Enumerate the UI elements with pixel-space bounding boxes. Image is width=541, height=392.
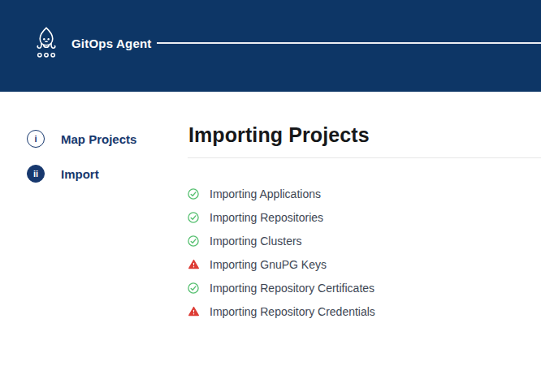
check-circle-icon bbox=[188, 235, 199, 247]
step-label: Map Projects bbox=[61, 132, 136, 146]
step-number-badge: i bbox=[27, 130, 45, 148]
import-status-row: Importing GnuPG Keys bbox=[188, 252, 541, 276]
import-status-row: Importing Applications bbox=[188, 182, 541, 205]
import-status-label: Importing Repository Certificates bbox=[210, 282, 374, 295]
page-title: Importing Projects bbox=[188, 123, 541, 147]
main-content: Importing Projects Importing Application… bbox=[188, 123, 541, 323]
title-divider bbox=[188, 157, 541, 158]
import-status-row: Importing Repository Certificates bbox=[188, 276, 541, 299]
wizard-steps-sidebar: iMap ProjectsiiImport bbox=[27, 130, 136, 200]
import-status-label: Importing Applications bbox=[210, 187, 321, 200]
import-status-label: Importing GnuPG Keys bbox=[210, 258, 327, 271]
warning-triangle-icon bbox=[188, 306, 199, 317]
warning-triangle-icon bbox=[188, 259, 199, 270]
import-status-row: Importing Repositories bbox=[188, 205, 541, 229]
sidebar-step-map-projects[interactable]: iMap Projects bbox=[27, 130, 136, 148]
import-status-label: Importing Repository Credentials bbox=[210, 305, 375, 318]
app-header: GitOps Agent bbox=[0, 0, 541, 92]
import-status-row: Importing Repository Credentials bbox=[188, 299, 541, 323]
import-status-label: Importing Clusters bbox=[210, 235, 302, 248]
step-label: Import bbox=[61, 167, 99, 181]
app-title: GitOps Agent bbox=[71, 37, 152, 50]
sidebar-step-import[interactable]: iiImport bbox=[27, 165, 136, 183]
octopus-logo-icon bbox=[32, 24, 61, 61]
step-number-badge: ii bbox=[27, 165, 45, 183]
import-status-label: Importing Repositories bbox=[210, 211, 323, 224]
import-status-list: Importing ApplicationsImporting Reposito… bbox=[188, 182, 541, 323]
check-circle-icon bbox=[188, 188, 199, 200]
check-circle-icon bbox=[188, 212, 199, 223]
app-window: GitOps Agent iMap ProjectsiiImport Impor… bbox=[0, 0, 541, 392]
check-circle-icon bbox=[188, 282, 199, 294]
header-divider-line bbox=[157, 42, 541, 44]
import-status-row: Importing Clusters bbox=[188, 229, 541, 252]
